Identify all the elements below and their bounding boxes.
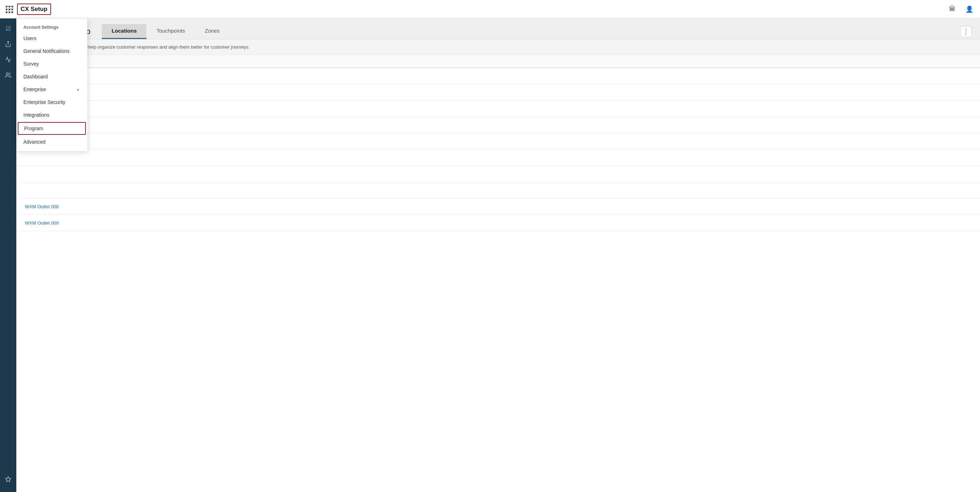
content-area: CX Program Setup Locations Touchpoints Z…	[16, 18, 980, 492]
bank-icon[interactable]: 🏛	[947, 4, 957, 14]
dropdown-item-survey[interactable]: Survey	[16, 57, 87, 70]
table-row: WXM Outlet 008	[16, 199, 980, 215]
tab-zones[interactable]: Zones	[195, 24, 230, 39]
table-row	[16, 101, 980, 117]
sidebar-item-people[interactable]	[1, 68, 15, 82]
table-row	[16, 166, 980, 182]
table-row	[16, 84, 980, 101]
table-row: WXM Outlet 009	[16, 215, 980, 231]
sidebar-item-star[interactable]	[1, 472, 15, 486]
table-row	[16, 117, 980, 134]
dropdown-section-header: Account Settings	[16, 21, 87, 32]
svg-marker-1	[6, 477, 11, 482]
page-header: CX Program Setup Locations Touchpoints Z…	[16, 18, 980, 39]
dropdown-item-users[interactable]: Users	[16, 32, 87, 45]
chevron-right-icon: ►	[76, 88, 80, 92]
dropdown-item-program[interactable]: Program	[18, 122, 86, 135]
sidebar-item-share[interactable]	[1, 37, 15, 51]
table-row	[16, 68, 980, 84]
page-header-top: CX Program Setup Locations Touchpoints Z…	[25, 24, 972, 39]
user-icon[interactable]: 👤	[964, 4, 974, 14]
dropdown-item-enterprise-security[interactable]: Enterprise Security	[16, 96, 87, 108]
subtitle-bar: Location, zone and touchpoint help organ…	[16, 39, 980, 55]
dropdown-item-general-notifications[interactable]: General Notifications	[16, 45, 87, 57]
sidebar-item-tasks[interactable]: ☑	[1, 21, 15, 35]
dropdown-menu: Account Settings Users General Notificat…	[16, 18, 87, 151]
sidebar: ☑	[0, 18, 16, 492]
table-row	[16, 182, 980, 199]
tab-locations[interactable]: Locations	[102, 24, 147, 39]
top-bar-right: 🏛 👤	[947, 4, 974, 14]
svg-point-0	[6, 73, 8, 75]
table-row	[16, 134, 980, 150]
table-header-row: Location name	[16, 55, 980, 68]
tab-touchpoints[interactable]: Touchpoints	[146, 24, 195, 39]
location-link-009[interactable]: WXM Outlet 009	[25, 220, 59, 226]
app-title: CX Setup	[17, 3, 51, 15]
main-layout: ☑ Account Settings	[0, 18, 980, 492]
top-bar-left: CX Setup	[6, 3, 51, 15]
table-area: Location name WXM Outlet 008 WXM Outlet …	[16, 55, 980, 492]
grid-icon[interactable]	[6, 6, 13, 13]
sidebar-bottom	[1, 472, 15, 492]
sidebar-item-analytics[interactable]	[1, 53, 15, 67]
more-options-button[interactable]: ⋮	[960, 26, 972, 37]
tabs-row: Locations Touchpoints Zones	[102, 24, 230, 39]
dropdown-item-dashboard[interactable]: Dashboard	[16, 70, 87, 83]
dropdown-item-enterprise[interactable]: Enterprise ►	[16, 83, 87, 96]
dropdown-item-advanced[interactable]: Advanced	[16, 135, 87, 148]
location-link-008[interactable]: WXM Outlet 008	[25, 204, 59, 209]
top-bar: CX Setup 🏛 👤	[0, 0, 980, 18]
table-row	[16, 150, 980, 166]
dropdown-item-integrations[interactable]: Integrations	[16, 108, 87, 121]
